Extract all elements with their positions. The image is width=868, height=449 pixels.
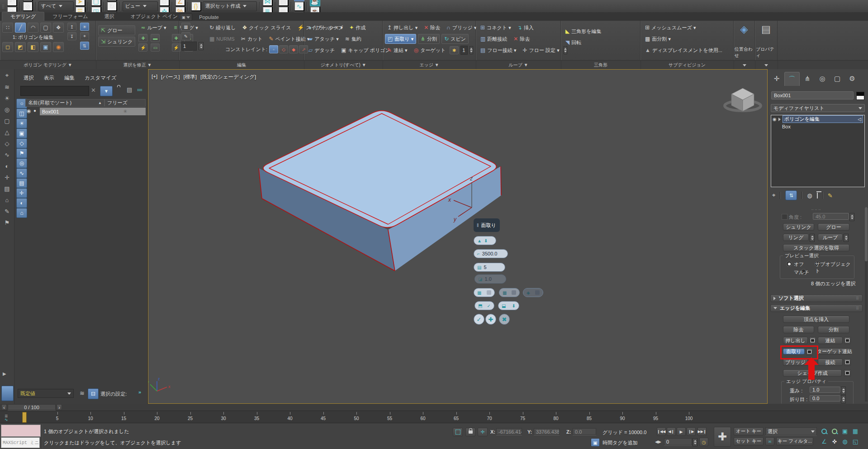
vertex-subobject-icon[interactable]: ∷ bbox=[2, 23, 13, 33]
show-end-result-icon[interactable]: ⇅ bbox=[785, 190, 797, 200]
display-filter-icon[interactable]: ◐ bbox=[2, 161, 12, 171]
polygon-subobject-icon[interactable]: ▢ bbox=[40, 23, 51, 33]
zoom-extents-all-icon[interactable]: ▦ bbox=[851, 427, 860, 435]
spinner-arrows[interactable] bbox=[199, 42, 204, 50]
display-filter-icon[interactable]: △ bbox=[2, 127, 12, 137]
perspective-viewport[interactable]: [+] [パース] [標準] [既定のシェーディング] x bbox=[148, 69, 768, 404]
curve-view-icon[interactable]: ∿ bbox=[5, 417, 8, 422]
current-frame-field[interactable]: 0 bbox=[664, 438, 692, 445]
pan-view-icon[interactable]: ✜ bbox=[830, 437, 839, 446]
key-filters-button[interactable]: キー フィルタ... bbox=[776, 437, 813, 445]
display-filter-icon[interactable]: ▢ bbox=[2, 116, 12, 126]
label-edges[interactable]: エッジ ▼ bbox=[383, 61, 476, 70]
display-filter-icon[interactable]: ◎ bbox=[2, 104, 12, 114]
get-stack-selection-button[interactable]: スタック選択を取得 bbox=[783, 244, 849, 251]
tab-display[interactable]: ▢ bbox=[830, 72, 844, 85]
orbit-icon[interactable]: ◍ bbox=[840, 437, 849, 446]
use-pivot-point-center-icon[interactable]: ⊙ bbox=[159, 0, 170, 6]
stack-item-edit-poly[interactable]: ◉ ポリゴンを編集◁ bbox=[771, 115, 864, 123]
use-displacement-button[interactable]: ▲ディスプレイスメントを使用... bbox=[643, 45, 731, 55]
category-toggle-icon[interactable]: ◫ bbox=[16, 109, 27, 118]
ring-button[interactable]: リング bbox=[783, 234, 809, 241]
display-filter-icon[interactable]: ⌂ bbox=[2, 195, 12, 205]
caddy-quad-intersections-toggle[interactable]: ⬒✓ bbox=[474, 301, 494, 310]
filter-icon[interactable]: ▼ bbox=[100, 86, 113, 96]
connect-button[interactable]: 接続 bbox=[818, 359, 843, 366]
rendered-frame-window-icon[interactable]: ☕ bbox=[310, 0, 320, 6]
insert-vertex-button[interactable]: 頂点を挿入 bbox=[783, 316, 849, 323]
configure-modifier-sets-icon[interactable]: ✎ bbox=[828, 192, 833, 199]
panel-properties[interactable]: ▤ プロパティ bbox=[755, 21, 778, 60]
label-geometry-all[interactable]: ジオメトリ(すべて) ▼ bbox=[304, 61, 383, 70]
isolate-selection-icon[interactable] bbox=[453, 428, 463, 436]
stack-visibility-eye-icon[interactable]: ◉ bbox=[773, 117, 777, 122]
tessellate-button[interactable]: ▩面分割 ▾ bbox=[643, 34, 731, 44]
category-toggle-icon[interactable]: ☀ bbox=[16, 118, 27, 128]
menu-edit[interactable]: 編集 bbox=[64, 75, 75, 81]
tab-modify[interactable]: ⌒ bbox=[784, 72, 800, 86]
flow-connect-button[interactable]: ▤フロー接続 ▾ bbox=[478, 45, 518, 55]
modifier-list-dropdown[interactable]: モディファイヤリスト bbox=[771, 104, 865, 112]
show-end-result-icon[interactable]: ◉ bbox=[53, 42, 64, 52]
extrude-settings-button[interactable] bbox=[809, 337, 816, 344]
zoom-icon[interactable] bbox=[820, 427, 829, 435]
caddy-apply-button[interactable]: ✚ bbox=[485, 314, 496, 325]
collapse-button[interactable]: ≋集約 bbox=[343, 34, 364, 44]
time-tag-cube-icon[interactable]: ▣ bbox=[591, 438, 600, 447]
crease-field[interactable]: 0.0 bbox=[810, 395, 840, 402]
preview-off-radio[interactable] bbox=[786, 261, 792, 267]
create-shape-settings-button[interactable] bbox=[844, 369, 851, 377]
maxscript-mini-listener-input[interactable]: MAXScript ミニ bbox=[1, 437, 40, 448]
time-configuration-icon[interactable]: ◷ bbox=[699, 438, 708, 446]
pin-stack-icon[interactable]: ⌖ bbox=[772, 192, 775, 199]
remove-button[interactable]: ✕除去 bbox=[422, 23, 442, 33]
edit-spinner-field[interactable]: 1 bbox=[181, 42, 197, 51]
edge-pick-icon[interactable]: ✱ bbox=[450, 46, 459, 54]
add-time-tag-label[interactable]: 時間タグを追加 bbox=[602, 440, 638, 446]
panel-align[interactable]: ◈ 位置合わせ bbox=[734, 21, 755, 60]
tab-utilities[interactable]: ⚙ bbox=[845, 72, 859, 85]
display-filter-icon[interactable]: ◇ bbox=[2, 138, 12, 148]
label-modify-selection[interactable]: 選択を修正 ▼ bbox=[96, 61, 180, 70]
play-animation-icon[interactable]: ▶ bbox=[677, 427, 686, 436]
weight-field[interactable]: 1.0 bbox=[810, 387, 840, 393]
meshsmooth-button[interactable]: ⊞メッシュスムーズ ▾ bbox=[643, 23, 731, 33]
label-align-collapse[interactable] bbox=[734, 61, 755, 70]
next-frame-icon[interactable]: ❙▶ bbox=[687, 427, 696, 436]
label-loops[interactable]: ループ ▼ bbox=[476, 61, 561, 70]
menu-customize[interactable]: カスタマイズ bbox=[85, 75, 117, 81]
label-triangles[interactable]: 三角形 bbox=[561, 61, 641, 70]
panel-splitter[interactable]: ⣀⣀⣀ bbox=[770, 206, 863, 210]
go-to-start-icon[interactable]: ❙◀◀ bbox=[657, 427, 666, 436]
track-bar[interactable]: ≣ ∿ 051015202530354045505560657075808590… bbox=[0, 411, 868, 423]
weld-button[interactable]: ✎連結 ▾ bbox=[385, 45, 410, 55]
y-coord-field[interactable]: 33766.438 bbox=[534, 428, 560, 435]
absolute-mode-transform-icon[interactable]: ✛ bbox=[478, 428, 488, 436]
collapse-stack-icon[interactable]: ⇅ bbox=[80, 42, 89, 50]
tab-create[interactable]: ✛ bbox=[769, 72, 784, 85]
tab-hierarchy[interactable]: ⋔ bbox=[800, 72, 815, 85]
display-filter-icon[interactable]: ⌖ bbox=[2, 71, 12, 80]
reference-coordinate-dropdown[interactable]: ビュー bbox=[123, 1, 158, 11]
caddy-open-toggle[interactable]: ▦ bbox=[474, 288, 495, 297]
display-filter-icon[interactable]: ☀ bbox=[2, 93, 12, 103]
column-header-freeze[interactable]: フリーズ bbox=[104, 99, 146, 107]
bridge-button[interactable]: ∩ブリッジ ▾ bbox=[444, 23, 479, 33]
element-subobject-icon[interactable]: ❖ bbox=[53, 23, 64, 33]
category-toggle-icon[interactable]: ∿ bbox=[16, 168, 27, 178]
clear-search-icon[interactable]: ✕ bbox=[91, 87, 96, 94]
z-coord-field[interactable]: 0.0 bbox=[573, 428, 596, 435]
rollout-edit-edges[interactable]: エッジを編集⠿ bbox=[770, 304, 863, 312]
time-slider-display[interactable]: 0 / 100 bbox=[8, 404, 56, 410]
category-toggle-icon[interactable]: ◇ bbox=[16, 138, 27, 148]
constraint-face-icon[interactable]: ◆ bbox=[289, 45, 298, 53]
frame-spinner[interactable] bbox=[693, 438, 697, 446]
undo-icon[interactable]: ↶ bbox=[7, 0, 17, 6]
spinner-arrows[interactable] bbox=[470, 46, 473, 54]
flow-set-button[interactable]: ✛フロー 設定 ▾ bbox=[520, 45, 561, 55]
set-key-button[interactable]: セット キー bbox=[734, 437, 764, 445]
relax-button[interactable]: ◖リラックス ▾ bbox=[306, 23, 345, 33]
preview-multi-icon[interactable]: ◧ bbox=[28, 42, 38, 52]
layers-stack-icon[interactable]: ≋ bbox=[80, 390, 85, 397]
repeat-button[interactable]: ↻繰り返し bbox=[207, 23, 238, 33]
